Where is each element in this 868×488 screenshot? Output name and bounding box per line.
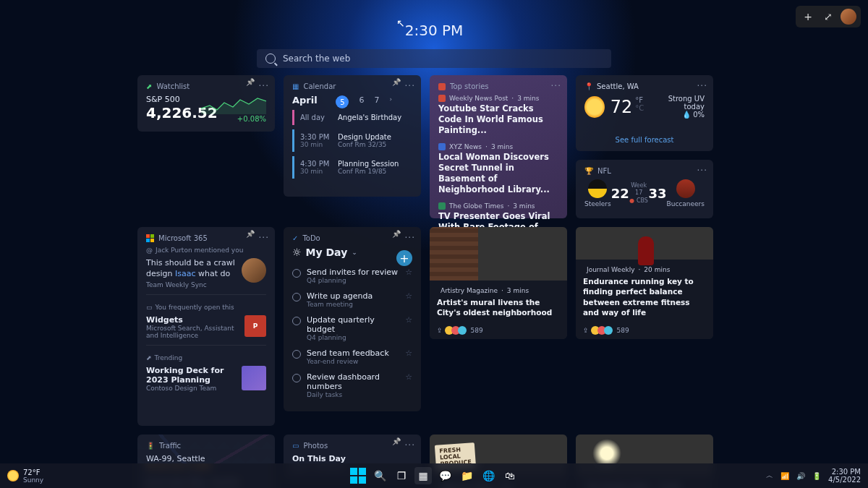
watchlist-widget[interactable]: ⬈Watchlist ··· S&P 500 4,226.52 +0.08% (137, 75, 275, 132)
mention-sub: Team Weekly Sync (146, 281, 266, 288)
location-icon: 📍 (584, 82, 593, 90)
more-icon[interactable]: ··· (259, 81, 269, 91)
news-story[interactable]: Journal Weekly · 20 mins Endurance runni… (576, 227, 713, 339)
chat-button[interactable]: 💬 (436, 467, 454, 484)
weather-location: Seattle, WA (597, 82, 639, 90)
search-placeholder: Search the web (283, 53, 350, 64)
story-headline: Endurance running key to finding perfect… (583, 277, 694, 317)
calendar-event[interactable]: 3:30 PM30 min Design UpdateConf Rm 32/35 (292, 129, 412, 152)
panel-clock: 2:30 PM (0, 0, 868, 39)
tray-date[interactable]: 4/5/2022 (828, 476, 861, 484)
checkbox[interactable] (292, 317, 301, 325)
collapse-button[interactable]: ⤢ (820, 9, 836, 25)
start-button[interactable] (349, 467, 367, 484)
pin-icon[interactable] (244, 231, 254, 241)
search-button[interactable]: 🔍 (371, 467, 388, 484)
tray-time[interactable]: 2:30 PM (828, 468, 861, 476)
taskbar-weather[interactable]: 72°FSunny (7, 468, 43, 484)
checkbox[interactable] (292, 293, 301, 301)
user-avatar[interactable] (841, 9, 856, 25)
star-icon[interactable]: ☆ (405, 267, 412, 277)
share-icon[interactable]: ⇪ (437, 327, 443, 334)
story-reactions[interactable]: ⇪589 (576, 323, 713, 339)
todo-item[interactable]: Update quarterly budgetQ4 planning☆ (292, 312, 412, 345)
wifi-icon[interactable]: 📶 (780, 472, 789, 480)
forecast-link[interactable]: See full forecast (584, 136, 705, 144)
calendar-allday-event[interactable]: All day Angela's Birthday (292, 110, 412, 125)
team-logo (676, 179, 695, 198)
freq-hint: You frequently open this (156, 304, 234, 311)
pin-icon[interactable] (390, 231, 400, 241)
weather-condition: Strong UV today (650, 95, 705, 111)
todo-item[interactable]: Write up agendaTeam meeting☆ (292, 288, 412, 312)
story-image (576, 227, 713, 260)
taskbar: 72°FSunny 🔍 ❐ ▦ 💬 📁 🌐 🛍 ︿ 📶 🔊 🔋 2:30 PM … (0, 463, 868, 488)
checkbox[interactable] (292, 374, 301, 382)
news-story[interactable]: Artistry Magazine · 3 mins Artist's mura… (430, 227, 567, 339)
star-icon[interactable]: ☆ (405, 291, 412, 301)
add-widget-button[interactable]: + (800, 9, 816, 25)
chevron-right-icon[interactable]: › (389, 95, 392, 108)
more-icon[interactable]: ··· (551, 81, 561, 91)
chevron-up-icon[interactable]: ︿ (766, 471, 773, 481)
calendar-days[interactable]: 5 6 7 › (336, 95, 392, 108)
todo-title[interactable]: ☼My Day⌄ (292, 247, 412, 258)
m365-widget[interactable]: Microsoft 365 ··· @Jack Purton mentioned… (137, 227, 275, 426)
chevron-down-icon[interactable]: ⌄ (352, 249, 357, 256)
photos-title: On This Day (292, 454, 412, 463)
weather-widget[interactable]: ··· 📍Seattle, WA 72 °F°C Strong UV today… (576, 75, 713, 151)
star-icon[interactable]: ☆ (405, 348, 412, 358)
system-tray[interactable]: ︿ 📶 🔊 🔋 2:30 PM 4/5/2022 (766, 468, 861, 484)
search-icon (265, 53, 276, 64)
todo-widget[interactable]: ✓ToDo ··· ☼My Day⌄ + Send invites for re… (284, 227, 421, 411)
story-reactions[interactable]: ⇪589 (430, 323, 567, 339)
edge-button[interactable]: 🌐 (480, 467, 497, 484)
sun-icon: ☼ (292, 247, 302, 258)
more-icon[interactable]: ··· (259, 233, 269, 243)
more-icon[interactable]: ··· (697, 81, 707, 91)
share-icon[interactable]: ⇪ (583, 327, 589, 334)
day[interactable]: 7 (374, 95, 379, 108)
pin-icon[interactable] (390, 439, 400, 449)
weather-unit[interactable]: °F°C (635, 96, 644, 112)
checkbox[interactable] (292, 350, 301, 359)
star-icon[interactable]: ☆ (405, 315, 412, 325)
star-icon[interactable]: ☆ (405, 372, 412, 382)
day-selected[interactable]: 5 (336, 95, 349, 108)
checkbox[interactable] (292, 269, 301, 278)
nfl-widget[interactable]: 🏆NFL ··· Steelers 22 Week 17● CBS 33 Buc… (576, 160, 713, 218)
todo-item[interactable]: Send invites for reviewQ4 planning☆ (292, 264, 412, 288)
score-2: 33 (648, 186, 666, 201)
pin-icon[interactable] (244, 80, 254, 90)
calendar-header: Calendar (303, 82, 336, 90)
task-view-button[interactable]: ❐ (393, 467, 410, 484)
explorer-button[interactable]: 📁 (458, 467, 475, 484)
calendar-event[interactable]: 4:30 PM30 min Planning SessionConf Rm 19… (292, 156, 412, 179)
score-1: 22 (611, 186, 629, 201)
more-icon[interactable]: ··· (405, 81, 415, 91)
battery-icon[interactable]: 🔋 (812, 472, 821, 480)
volume-icon[interactable]: 🔊 (796, 472, 805, 480)
top-stories-widget[interactable]: Top stories ··· Weekly News Post · 3 min… (430, 75, 567, 218)
todo-item[interactable]: Send team feedbackYear-end review☆ (292, 345, 412, 369)
todo-item[interactable]: Review dashboard numbersDaily tasks☆ (292, 369, 412, 402)
more-icon[interactable]: ··· (405, 233, 415, 243)
news-item[interactable]: XYZ News · 3 mins Local Woman Discovers … (438, 143, 558, 195)
pin-icon[interactable] (390, 80, 400, 90)
photos-header: Photos (303, 442, 328, 450)
more-icon[interactable]: ··· (697, 166, 707, 176)
news-item[interactable]: Weekly News Post · 3 mins Youtube Star C… (438, 95, 558, 136)
trending-icon: ⬈ (146, 354, 152, 361)
traffic-icon: 🚦 (146, 442, 155, 450)
calendar-widget[interactable]: ▦Calendar ··· April 5 6 7 › All day Ange… (284, 75, 421, 197)
store-button[interactable]: 🛍 (501, 467, 519, 484)
day[interactable]: 6 (359, 95, 364, 108)
widgets-button[interactable]: ▦ (414, 467, 432, 484)
add-task-button[interactable]: + (396, 250, 412, 266)
cursor-icon: ↖ (396, 17, 405, 29)
mention-icon: @ (146, 247, 153, 254)
search-box[interactable]: Search the web (257, 49, 611, 68)
more-icon[interactable]: ··· (405, 440, 415, 450)
m365-icon (146, 234, 154, 242)
stock-change: +0.08% (237, 115, 266, 123)
